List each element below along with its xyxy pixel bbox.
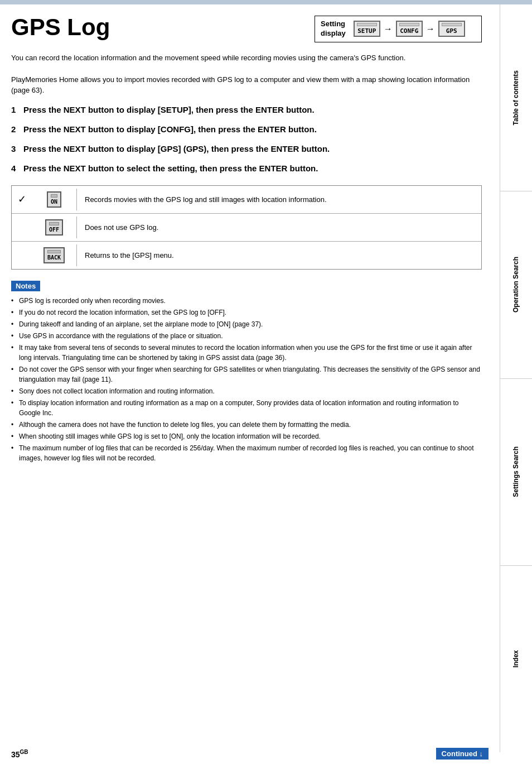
main-content: GPS Log Setting display SETUP → CONFG → … [0, 4, 499, 483]
notes-list: GPS log is recorded only when recording … [11, 296, 482, 463]
note-item-5: Do not cover the GPS sensor with your fi… [11, 364, 482, 385]
sidebar-label-table-of-contents: Table of contents [512, 70, 521, 125]
right-sidebar: Table of contents Operation Search Setti… [500, 4, 532, 752]
option-desc-on: Records movies with the GPS log and stil… [76, 189, 481, 210]
step-2-number: 2 [11, 123, 23, 135]
note-item-8: Although the camera does not have the fu… [11, 420, 482, 430]
sidebar-item-settings-search[interactable]: Settings Search [500, 379, 532, 566]
page-number: 35GB [11, 749, 28, 759]
step-1: 1 Press the NEXT button to display [SETU… [11, 104, 482, 116]
note-item-1: If you do not record the location inform… [11, 307, 482, 318]
intro-paragraph-2: PlayMemories Home allows you to import m… [11, 74, 482, 96]
options-table: ✓ ON Records movies with the GPS log and… [11, 185, 482, 270]
intro-text: You can record the location information … [11, 52, 482, 96]
step-4: 4 Press the NEXT button to select the se… [11, 162, 482, 174]
option-desc-back: Returns to the [GPS] menu. [76, 244, 481, 266]
note-item-7: To display location information and rout… [11, 398, 482, 418]
note-item-9: When shooting still images while GPS log… [11, 431, 482, 441]
top-bar [0, 0, 532, 4]
option-check-off [12, 220, 32, 234]
step-4-text: Press the NEXT button to select the sett… [23, 162, 318, 174]
sidebar-label-settings-search: Settings Search [512, 446, 521, 497]
step-3: 3 Press the NEXT button to display [GPS]… [11, 143, 482, 155]
sidebar-item-operation-search[interactable]: Operation Search [500, 191, 532, 378]
arrow-1: → [384, 24, 393, 34]
page-title: GPS Log [11, 16, 110, 39]
step-4-number: 4 [11, 162, 23, 174]
option-row-off: OFF Does not use GPS log. [12, 214, 481, 242]
setting-display-box: Setting display SETUP → CONFG → GPS [315, 16, 482, 42]
note-item-2: During takeoff and landing of an airplan… [11, 319, 482, 329]
step-1-text: Press the NEXT button to display [SETUP]… [23, 104, 315, 116]
setting-display-label: Setting display [321, 20, 346, 39]
sidebar-label-operation-search: Operation Search [512, 257, 521, 313]
sidebar-label-index: Index [512, 650, 521, 667]
steps-list: 1 Press the NEXT button to display [SETU… [11, 104, 482, 174]
lcd-screen-confg: CONFG [396, 21, 423, 37]
note-item-6: Sony does not collect location informati… [11, 386, 482, 396]
continued-text: Continued ↓ [436, 748, 489, 760]
step-3-text: Press the NEXT button to display [GPS] (… [23, 143, 330, 155]
option-row-back: BACK Returns to the [GPS] menu. [12, 242, 481, 269]
note-item-10: The maximum number of log files that can… [11, 443, 482, 463]
option-screen-back: BACK [32, 242, 76, 269]
option-check-on: ✓ [12, 186, 32, 212]
option-row-on: ✓ ON Records movies with the GPS log and… [12, 186, 481, 214]
option-check-back [12, 248, 32, 262]
option-screen-off: OFF [32, 214, 76, 241]
option-screen-on: ON [32, 186, 76, 213]
title-row: GPS Log Setting display SETUP → CONFG → … [11, 16, 482, 42]
step-1-number: 1 [11, 104, 23, 116]
arrow-2: → [426, 24, 435, 34]
notes-badge: Notes [11, 281, 40, 291]
sidebar-item-table-of-contents[interactable]: Table of contents [500, 4, 532, 191]
lcd-screen-gps: GPS [438, 21, 465, 37]
step-2: 2 Press the NEXT button to display [CONF… [11, 123, 482, 135]
bottom-area: 35GB Continued ↓ [0, 743, 500, 764]
notes-section: Notes GPS log is recorded only when reco… [11, 281, 482, 463]
lcd-screen-setup: SETUP [354, 21, 380, 37]
note-item-4: It may take from several tens of seconds… [11, 343, 482, 363]
note-item-0: GPS log is recorded only when recording … [11, 296, 482, 306]
sidebar-item-index[interactable]: Index [500, 566, 532, 752]
option-desc-off: Does not use GPS log. [76, 217, 481, 238]
note-item-3: Use GPS in accordance with the regulatio… [11, 331, 482, 341]
step-3-number: 3 [11, 143, 23, 155]
step-2-text: Press the NEXT button to display [CONFG]… [23, 123, 317, 135]
intro-paragraph-1: You can record the location information … [11, 52, 482, 64]
